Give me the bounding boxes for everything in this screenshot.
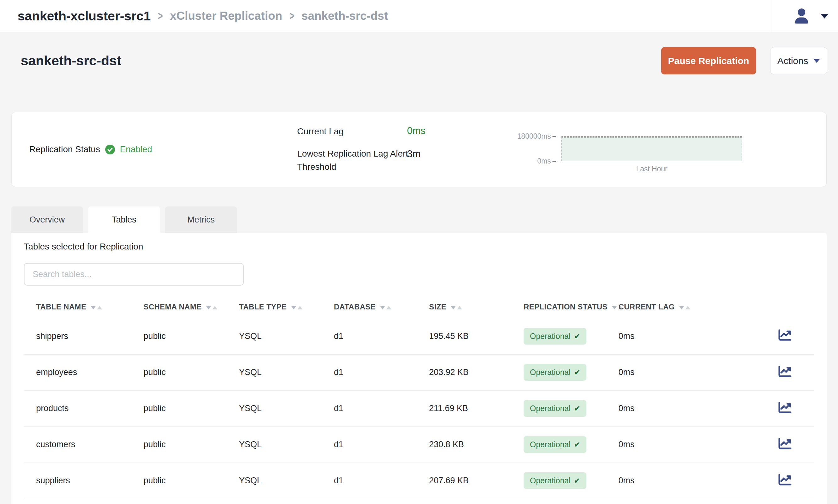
table-body: shippers public YSQL d1 195.45 KB Operat…	[24, 318, 814, 499]
tab-tables[interactable]: Tables	[88, 206, 160, 233]
actions-button[interactable]: Actions	[770, 47, 827, 74]
status-badge-label: Operational	[530, 368, 571, 377]
open-lag-chart-button[interactable]	[778, 328, 792, 341]
column-header[interactable]: TABLE NAME	[24, 295, 131, 318]
page-title: sanketh-src-dst	[21, 53, 661, 68]
sort-asc-icon[interactable]	[457, 306, 462, 309]
user-menu-chevron-down-icon[interactable]	[820, 14, 828, 19]
chart-line-icon	[778, 473, 792, 486]
cell-size: 195.45 KB	[417, 318, 511, 354]
check-icon	[574, 476, 580, 485]
open-lag-chart-button[interactable]	[778, 437, 792, 450]
cell-table-type: YSQL	[227, 390, 321, 427]
cell-database: d1	[321, 463, 417, 499]
cell-size: 203.92 KB	[417, 354, 511, 390]
table-row[interactable]: shippers public YSQL d1 195.45 KB Operat…	[24, 318, 814, 354]
status-badge: Operational	[524, 400, 587, 417]
sort-arrows-icon[interactable]	[451, 306, 462, 309]
column-header-label: TABLE TYPE	[239, 303, 287, 311]
sort-asc-icon[interactable]	[97, 306, 102, 309]
table-header-row: TABLE NAME SCHEMA NAME TABLE TYPE DATABA…	[24, 295, 814, 318]
breadcrumb-chevron-icon	[289, 10, 294, 23]
sort-arrows-icon[interactable]	[91, 306, 102, 309]
tab-overview[interactable]: Overview	[11, 206, 83, 233]
table-row[interactable]: suppliers public YSQL d1 207.69 KB Opera…	[24, 463, 814, 499]
chart-line-icon	[778, 328, 792, 341]
lag-chart-ymax-label: 180000ms	[467, 132, 556, 141]
lowest-lag-threshold-value: 3m	[407, 148, 421, 160]
current-lag-value: 0ms	[407, 125, 425, 137]
table-row[interactable]: products public YSQL d1 211.69 KB Operat…	[24, 390, 814, 427]
breadcrumb-universe-link[interactable]: sanketh-xcluster-src1	[18, 9, 151, 23]
actions-button-label: Actions	[778, 56, 808, 66]
page-header: sanketh-src-dst Pause Replication Action…	[21, 47, 827, 74]
open-lag-chart-button[interactable]	[778, 473, 792, 486]
column-header[interactable]: REPLICATION STATUS	[511, 295, 606, 318]
check-circle-icon	[105, 145, 115, 155]
sort-desc-icon[interactable]	[91, 306, 96, 309]
column-header[interactable]: SCHEMA NAME	[131, 295, 227, 318]
breadcrumb: sanketh-xcluster-src1 xCluster Replicati…	[18, 9, 388, 23]
breadcrumb-chevron-icon	[158, 10, 163, 23]
open-lag-chart-button[interactable]	[778, 365, 792, 378]
cell-table-name: suppliers	[24, 463, 131, 499]
cell-table-type: YSQL	[227, 463, 321, 499]
cell-schema-name: public	[131, 390, 227, 427]
column-header[interactable]: DATABASE	[321, 295, 417, 318]
cell-database: d1	[321, 318, 417, 354]
chart-line-icon	[778, 365, 792, 378]
cell-database: d1	[321, 354, 417, 390]
sort-asc-icon[interactable]	[297, 306, 302, 309]
sort-desc-icon[interactable]	[612, 306, 617, 309]
status-badge: Operational	[524, 328, 587, 345]
topbar-user-area	[771, 0, 838, 32]
chevron-down-icon	[813, 59, 820, 63]
sort-desc-icon[interactable]	[206, 306, 211, 309]
table-row[interactable]: customers public YSQL d1 230.8 KB Operat…	[24, 427, 814, 463]
cell-current-lag: 0ms	[606, 318, 713, 354]
sort-arrows-icon[interactable]	[679, 306, 691, 309]
cell-current-lag: 0ms	[606, 463, 713, 499]
search-tables-input[interactable]	[24, 263, 244, 286]
cell-table-name: shippers	[24, 318, 131, 354]
sort-desc-icon[interactable]	[679, 306, 684, 309]
lag-mini-chart	[561, 137, 742, 161]
cell-replication-status: Operational	[511, 318, 606, 354]
cell-current-lag: 0ms	[606, 390, 713, 427]
sort-arrows-icon[interactable]	[206, 306, 217, 309]
topbar-divider	[771, 0, 771, 32]
table-row[interactable]: employees public YSQL d1 203.92 KB Opera…	[24, 354, 814, 390]
user-icon[interactable]	[794, 8, 809, 23]
status-badge: Operational	[524, 436, 587, 453]
open-lag-chart-button[interactable]	[778, 401, 792, 414]
cell-replication-status: Operational	[511, 390, 606, 427]
cell-table-type: YSQL	[227, 427, 321, 463]
sort-desc-icon[interactable]	[291, 306, 296, 309]
topbar: sanketh-xcluster-src1 xCluster Replicati…	[0, 0, 838, 32]
chart-line-icon	[778, 437, 792, 450]
tables-tab-panel: Tables selected for Replication TABLE NA…	[11, 233, 827, 504]
column-header[interactable]: TABLE TYPE	[227, 295, 321, 318]
chart-line-icon	[778, 401, 792, 414]
sort-desc-icon[interactable]	[380, 306, 385, 309]
sort-asc-icon[interactable]	[685, 306, 691, 309]
sort-asc-icon[interactable]	[212, 306, 217, 309]
pause-replication-button[interactable]: Pause Replication	[661, 47, 756, 74]
replication-status-value: Enabled	[120, 144, 152, 155]
status-badge-label: Operational	[530, 404, 571, 413]
status-badge: Operational	[524, 472, 587, 489]
cell-schema-name: public	[131, 427, 227, 463]
sort-arrows-icon[interactable]	[291, 306, 302, 309]
breadcrumb-section-link[interactable]: xCluster Replication	[170, 10, 282, 23]
sort-arrows-icon[interactable]	[380, 306, 391, 309]
cell-table-name: employees	[24, 354, 131, 390]
column-header[interactable]: SIZE	[417, 295, 511, 318]
cell-table-name: products	[24, 390, 131, 427]
column-header[interactable]: CURRENT LAG	[606, 295, 713, 318]
sort-desc-icon[interactable]	[451, 306, 456, 309]
column-header-label: SCHEMA NAME	[143, 303, 202, 311]
cell-row-actions	[713, 427, 814, 463]
column-header-label: DATABASE	[334, 303, 376, 311]
sort-asc-icon[interactable]	[386, 306, 391, 309]
tab-metrics[interactable]: Metrics	[165, 206, 237, 233]
